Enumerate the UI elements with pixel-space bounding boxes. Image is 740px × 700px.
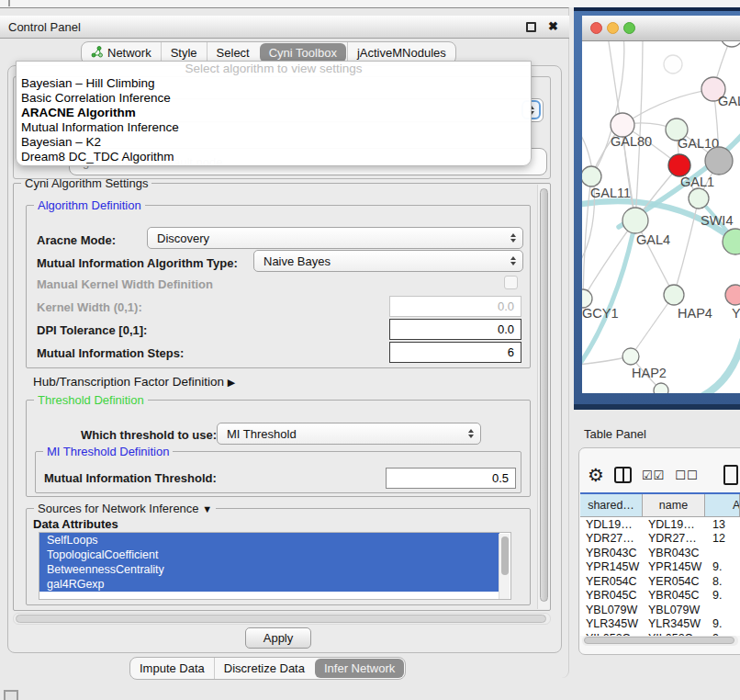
network-node-gal4[interactable] <box>622 208 648 233</box>
data-attributes-list[interactable]: SelfLoopsTopologicalCoefficientBetweenne… <box>39 532 511 600</box>
dropdown-prompt: Select algorithm to view settings <box>17 62 531 76</box>
algorithm-option-bayesian-k2[interactable]: Bayesian – K2 <box>17 135 531 150</box>
tab-discretize-data[interactable]: Discretize Data <box>214 658 314 679</box>
table-cell: 9. <box>705 589 740 602</box>
network-node[interactable] <box>705 147 733 175</box>
algorithm-option-basic-correlation-inference[interactable]: Basic Correlation Inference <box>17 91 531 106</box>
columns-icon[interactable] <box>614 467 632 483</box>
data-attributes-label: Data Attributes <box>33 517 118 531</box>
deselect-all-icon[interactable]: ☐☐ <box>675 469 698 482</box>
network-icon <box>91 46 103 61</box>
tab-infer-network[interactable]: Infer Network <box>315 659 404 678</box>
network-canvas[interactable]: GALGAL80GAL10GAL1GAL11GAL4SWI4GCY1HAP4YH… <box>582 41 740 393</box>
data-attribute-item[interactable]: BetweennessCentrality <box>39 562 499 577</box>
combo-arrows-icon <box>510 233 516 243</box>
expand-arrow-icon[interactable]: ▶ <box>228 377 235 388</box>
close-traffic-light-icon[interactable] <box>590 22 602 34</box>
node-label-hap2: HAP2 <box>632 366 667 380</box>
column-header-a[interactable]: A <box>705 494 740 517</box>
table-cell: YLR345W <box>643 617 705 630</box>
which-threshold-value: MI Threshold <box>227 427 297 441</box>
hub-section-toggle[interactable]: Hub/Transcription Factor Definition ▶ <box>33 375 235 389</box>
table-horizontal-scrollbar[interactable] <box>582 636 738 646</box>
zoom-traffic-light-icon[interactable] <box>623 22 635 34</box>
algorithm-option-bayesian-hill-climbing[interactable]: Bayesian – Hill Climbing <box>17 76 531 91</box>
network-node-gal1[interactable] <box>668 154 690 176</box>
network-node[interactable] <box>721 41 740 47</box>
kernel-width-value: 0.0 <box>498 299 514 313</box>
table-cell: YDL19… <box>643 518 705 531</box>
float-window-icon[interactable] <box>526 22 536 32</box>
mi-steps-input[interactable]: 6 <box>389 342 521 363</box>
table-row[interactable]: YPR145WYPR145W9. <box>580 560 740 575</box>
network-window-titlebar[interactable] <box>582 16 740 41</box>
aracne-mode-combo[interactable]: Discovery <box>147 227 523 249</box>
table-row[interactable]: YLR345WYLR345W9. <box>580 617 740 632</box>
dpi-tolerance-label: DPI Tolerance [0,1]: <box>37 323 147 337</box>
tab-impute-data[interactable]: Impute Data <box>130 658 214 679</box>
network-node[interactable] <box>689 188 709 209</box>
collapse-arrow-icon[interactable]: ▼ <box>202 503 212 514</box>
mi-algorithm-type-combo[interactable]: Naive Bayes <box>253 250 523 272</box>
settings-vertical-scrollbar[interactable] <box>537 185 550 609</box>
tab-label: Discretize Data <box>224 661 305 675</box>
network-node-gal11[interactable] <box>582 166 601 186</box>
manual-kernel-width-checkbox[interactable] <box>504 276 518 289</box>
algorithm-option-mutual-information-inference[interactable]: Mutual Information Inference <box>17 120 531 135</box>
dpi-tolerance-input[interactable]: 0.0 <box>389 319 521 340</box>
table-row[interactable]: YDR27…YDR27…12 <box>580 532 740 547</box>
algorithm-option-dream8-dc-tdc-algorithm[interactable]: Dream8 DC_TDC Algorithm <box>17 150 531 164</box>
table-cell: YER054C <box>580 575 643 588</box>
which-threshold-combo[interactable]: MI Threshold <box>217 423 481 445</box>
node-label-swi4: SWI4 <box>701 213 733 228</box>
panel-title: Control Panel <box>8 20 81 34</box>
table-row[interactable]: YDL19…YDL19…13 <box>580 517 740 532</box>
scrollbar-thumb[interactable] <box>540 188 548 602</box>
table-row[interactable]: YBL079WYBL079W <box>580 603 740 617</box>
list-scrollbar[interactable] <box>499 534 510 600</box>
data-attribute-item[interactable]: gal4RGexp <box>39 577 499 592</box>
network-node-y[interactable] <box>725 285 740 305</box>
algorithm-option-aracne-algorithm[interactable]: ARACNE Algorithm <box>17 106 531 120</box>
table-cell: 9. <box>705 617 740 630</box>
column-header-name[interactable]: name <box>643 494 705 517</box>
data-attribute-item[interactable]: SelfLoops <box>39 533 499 548</box>
close-icon[interactable]: ✖ <box>548 19 558 33</box>
mi-threshold-input[interactable]: 0.5 <box>386 468 516 489</box>
network-node-hap2[interactable] <box>622 348 639 365</box>
table-body: YDL19…YDL19…13YDR27…YDR27…12YBR043CYBR04… <box>580 517 740 636</box>
table-cell: YPR145W <box>580 560 643 573</box>
table-row[interactable]: YER054CYER054C8. <box>580 574 740 589</box>
dpi-tolerance-value: 0.0 <box>498 322 514 336</box>
scrollbar-thumb[interactable] <box>501 536 509 575</box>
apply-button[interactable]: Apply <box>245 627 311 649</box>
network-edge <box>622 89 713 125</box>
frame-top-edge <box>574 7 740 11</box>
select-all-icon[interactable]: ☑☑ <box>642 469 665 482</box>
network-node-hap4[interactable] <box>664 285 684 305</box>
settings-horizontal-scrollbar[interactable] <box>13 613 551 625</box>
gear-icon[interactable]: ⚙ <box>588 465 604 485</box>
mi-algorithm-type-value: Naive Bayes <box>263 254 331 268</box>
minimize-traffic-light-icon[interactable] <box>607 22 619 34</box>
network-node[interactable] <box>664 55 682 73</box>
tab-cyni-toolbox[interactable]: Cyni Toolbox <box>260 43 346 62</box>
data-attribute-item[interactable]: TopologicalCoefficient <box>39 548 499 562</box>
tab-label: Style <box>171 46 197 60</box>
network-node[interactable] <box>654 383 668 393</box>
mi-threshold-value: 0.5 <box>492 471 509 485</box>
table-cell: YDL19… <box>580 518 643 531</box>
scrollbar-thumb[interactable] <box>584 637 734 644</box>
manual-kernel-width-label: Manual Kernel Width Definition <box>37 277 213 291</box>
table-row[interactable]: YBR045CYBR045C9. <box>580 589 740 604</box>
scrollbar-thumb[interactable] <box>16 615 546 623</box>
control-panel-titlebar: Control Panel ✖ <box>0 16 569 39</box>
kernel-width-input[interactable]: 0.0 <box>389 296 521 317</box>
column-header-shared-[interactable]: shared… <box>580 494 643 517</box>
export-table-icon[interactable] <box>723 465 738 485</box>
tab-label: Infer Network <box>324 661 395 675</box>
table-row[interactable]: YBR043CYBR043C <box>580 546 740 560</box>
network-node-gcy1[interactable] <box>582 289 592 308</box>
cyni-bottom-tabs: Impute DataDiscretize DataInfer Network <box>129 657 406 680</box>
collapsed-panel-icon[interactable] <box>4 690 18 700</box>
